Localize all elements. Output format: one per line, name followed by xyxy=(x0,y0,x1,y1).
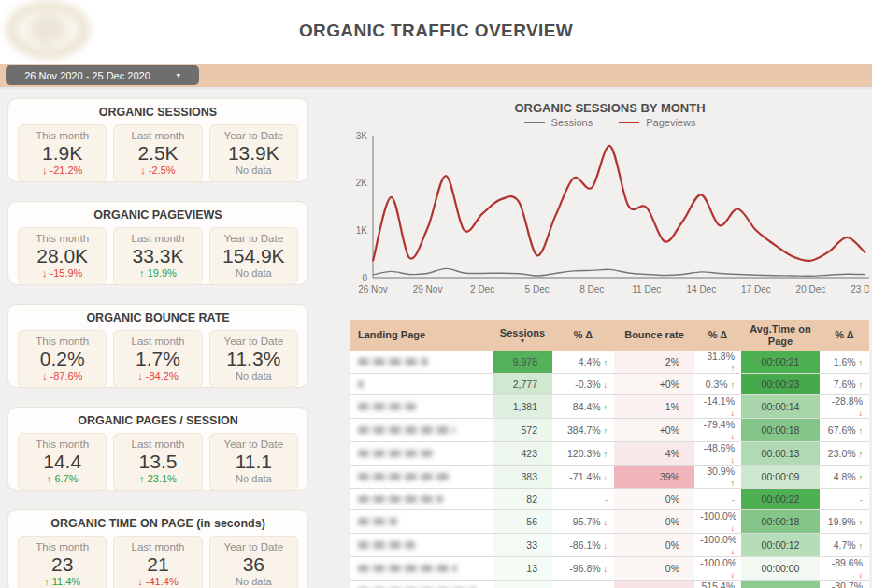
x-tick-label: 11 Dec xyxy=(632,284,661,294)
landing-page-cell xyxy=(350,351,493,374)
kpi-card-group: This month23↑ 11.4%Last month21↓ -41.4%Y… xyxy=(18,536,298,588)
landing-page-cell xyxy=(350,442,493,466)
time-delta-cell: 7.6% ↑ xyxy=(820,374,869,395)
kpi-card-label: This month xyxy=(36,438,89,451)
kpi-card: This month23↑ 11.4% xyxy=(18,536,107,588)
column-header-sessions[interactable]: Sessions ▼ xyxy=(493,320,552,351)
x-tick-label: 8 Dec xyxy=(579,284,604,294)
sessions-line xyxy=(373,268,865,276)
bounce-delta-cell: -48.6% ↓ xyxy=(694,442,741,466)
sessions-cell: 423 xyxy=(493,442,552,466)
date-range-label: 26 Nov 2020 - 25 Dec 2020 xyxy=(24,70,150,81)
up-arrow-icon: ↑ xyxy=(731,380,736,390)
bounce-rate-cell: 8% xyxy=(614,581,694,588)
up-arrow-icon: ↑ xyxy=(859,541,864,551)
column-header-avg-time[interactable]: Avg.Time on Page xyxy=(741,320,820,351)
kpi-panel-organic-time-on-page-in-seconds: ORGANIC TIME ON PAGE (in seconds)This mo… xyxy=(7,509,308,588)
bounce-rate-cell: 0% xyxy=(614,510,694,534)
column-header-bounce-rate[interactable]: Bounce rate xyxy=(614,320,694,351)
page-header: ORGANIC TRAFFIC OVERVIEW xyxy=(0,0,872,64)
kpi-card-value: 154.9K xyxy=(222,245,285,267)
kpi-card-label: Last month xyxy=(132,130,185,142)
down-arrow-icon: ↓ xyxy=(731,570,736,580)
kpi-card-label: Year to Date xyxy=(224,336,284,348)
sessions-cell: 1,381 xyxy=(493,395,552,419)
landing-page-cell xyxy=(350,466,493,489)
y-tick-label: 3K xyxy=(356,131,368,141)
kpi-card-value: 1.9K xyxy=(42,142,82,165)
up-arrow-icon: ↑ xyxy=(859,450,864,459)
bounce-delta-cell: 31.8% ↑ xyxy=(694,351,741,374)
down-arrow-icon: ↓ xyxy=(859,409,864,418)
kpi-card-delta: ↓ -87.6% xyxy=(42,370,82,382)
kpi-card-delta: ↓ -41.4% xyxy=(137,576,178,588)
bounce-delta-cell: -100.0% ↓ xyxy=(694,510,741,534)
bounce-rate-cell: 39% xyxy=(614,466,694,489)
kpi-card: This month1.9K↓ -21.2% xyxy=(18,124,107,182)
up-arrow-icon: ↑ xyxy=(604,450,608,459)
date-range-selector[interactable]: 26 Nov 2020 - 25 Dec 2020 ▾ xyxy=(6,65,199,85)
avg-time-cell: 00:00:21 xyxy=(741,351,820,374)
time-delta-cell-value: -89.6% xyxy=(832,557,863,568)
up-arrow-icon: ↑ xyxy=(859,426,864,436)
redacted-landing-page xyxy=(358,380,364,388)
company-logo xyxy=(6,1,90,59)
bounce-rate-cell: 4% xyxy=(614,442,694,466)
sessions-delta-cell-value: 384.7% xyxy=(567,424,604,436)
legend-label-sessions: Sessions xyxy=(551,117,593,128)
kpi-card: Last month13.5↑ 23.1% xyxy=(113,433,202,491)
sessions-delta-cell: 84.4% ↑ xyxy=(552,395,614,419)
sessions-delta-cell-value: 4.4% xyxy=(579,356,604,367)
landing-page-cell xyxy=(350,510,493,534)
sessions-cell: 56 xyxy=(493,510,552,534)
page-title: ORGANIC TRAFFIC OVERVIEW xyxy=(0,0,872,62)
time-delta-cell: -30.7% ↓ xyxy=(820,581,869,588)
kpi-panel-title: ORGANIC BOUNCE RATE xyxy=(18,311,298,324)
kpi-card-label: Last month xyxy=(132,541,185,553)
right-column: ORGANIC SESSIONS BY MONTH Sessions Pagev… xyxy=(350,98,869,588)
redacted-landing-page xyxy=(358,358,428,366)
sessions-cell: 13 xyxy=(493,557,552,581)
bounce-delta-cell-value: 0.3% xyxy=(706,379,731,390)
landing-page-table: Landing Page Sessions ▼ % Δ Bounce rate … xyxy=(350,320,869,588)
sessions-by-month-chart: 01K2K3K26 Nov29 Nov2 Dec5 Dec8 Dec11 Dec… xyxy=(350,130,869,311)
kpi-card: Last month21↓ -41.4% xyxy=(113,536,202,588)
kpi-card-value: 33.3K xyxy=(133,245,184,267)
bounce-delta-cell-value: -100.0% xyxy=(700,534,736,545)
down-arrow-icon: ↓ xyxy=(859,570,864,580)
time-delta-cell-value: 19.9% xyxy=(828,516,859,527)
dashboard-body: ORGANIC SESSIONSThis month1.9K↓ -21.2%La… xyxy=(0,89,872,588)
table-header-row: Landing Page Sessions ▼ % Δ Bounce rate … xyxy=(350,320,869,351)
kpi-panel-organic-pages-session: ORGANIC PAGES / SESSIONThis month14.4↑ 6… xyxy=(7,407,308,491)
line-chart-canvas: 01K2K3K26 Nov29 Nov2 Dec5 Dec8 Dec11 Dec… xyxy=(350,130,869,308)
x-tick-label: 29 Nov xyxy=(413,284,443,294)
landing-page-cell xyxy=(350,581,493,588)
time-delta-cell-value: -30.7% xyxy=(832,581,863,588)
column-header-landing-page[interactable]: Landing Page xyxy=(350,320,493,351)
column-header-time-delta[interactable]: % Δ xyxy=(820,320,869,351)
bounce-delta-cell-value: -100.0% xyxy=(700,557,736,568)
time-delta-cell-value: 7.6% xyxy=(834,379,859,390)
time-delta-cell: 4.8% ↑ xyxy=(820,466,869,489)
sessions-delta-cell: -83.8% ↓ xyxy=(552,581,614,588)
bounce-rate-cell: 1% xyxy=(614,395,694,419)
bounce-delta-cell-value: 30.9% xyxy=(707,466,735,477)
pageviews-line-swatch xyxy=(619,122,639,123)
column-header-sessions-delta[interactable]: % Δ xyxy=(552,320,614,351)
up-arrow-icon: ↑ xyxy=(731,479,736,488)
kpi-card: Last month1.7%↓ -84.2% xyxy=(113,330,202,388)
kpi-panel-organic-sessions: ORGANIC SESSIONSThis month1.9K↓ -21.2%La… xyxy=(7,98,308,182)
sessions-cell: 383 xyxy=(493,466,552,489)
table-body: 9,9784.4% ↑2%31.8% ↑00:00:211.6% ↑2,777-… xyxy=(350,351,869,588)
kpi-card: This month14.4↑ 6.7% xyxy=(18,433,107,491)
column-header-bounce-delta[interactable]: % Δ xyxy=(694,320,741,351)
legend-item-sessions: Sessions xyxy=(524,117,593,128)
bounce-delta-cell-value: 515.4% xyxy=(701,581,735,588)
kpi-card-value: 11.3% xyxy=(226,348,280,370)
chart-legend: Sessions Pageviews xyxy=(350,117,869,128)
avg-time-cell: 00:00:23 xyxy=(741,374,820,395)
time-delta-cell-value: 4.7% xyxy=(834,539,859,551)
table-row: 33-86.1% ↓0%-100.0% ↓00:00:124.7% ↑ xyxy=(350,534,869,557)
kpi-card-value: 21 xyxy=(147,553,168,576)
kpi-card-label: Year to Date xyxy=(224,130,284,142)
